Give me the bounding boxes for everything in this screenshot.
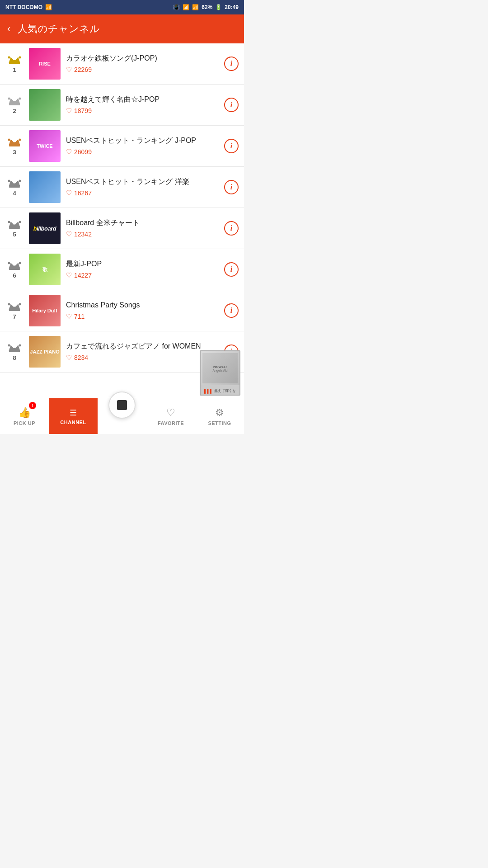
channel-thumbnail: billboard <box>29 212 61 244</box>
channel-thumbnail <box>29 89 61 121</box>
wifi-icon: 📶 <box>183 4 189 10</box>
info-button[interactable]: i <box>224 57 239 71</box>
list-item[interactable]: 6 歌 最新J-POP ♡ 14227 i <box>0 249 244 290</box>
svg-point-34 <box>19 303 21 305</box>
info-button[interactable]: i <box>224 139 239 153</box>
info-button[interactable]: i <box>224 221 239 236</box>
rank-number: 6 <box>13 272 16 279</box>
thumbnail-text: Hilary Duff <box>32 308 57 313</box>
channel-thumbnail: RISE <box>29 48 61 80</box>
thumbnail-image: JAZZ PIANO <box>29 336 61 368</box>
info-button[interactable]: i <box>224 98 239 112</box>
channel-name: USENベストヒット・ランキング 洋楽 <box>66 177 221 187</box>
vibrate-icon: 📳 <box>173 4 180 10</box>
svg-point-22 <box>8 221 10 223</box>
status-bar: NTT DOCOMO 📶 📳 📶 📶 62% 🔋 20:49 <box>0 0 244 14</box>
rank-number: 1 <box>13 66 16 73</box>
heart-icon: ♡ <box>66 271 72 279</box>
back-button[interactable]: ‹ <box>7 23 10 35</box>
svg-rect-1 <box>9 63 20 64</box>
stop-button[interactable] <box>108 392 136 419</box>
channel-info: カフェで流れるジャズピアノ for WOMEN ♡ 8234 <box>66 342 221 362</box>
svg-point-39 <box>19 344 21 346</box>
thumbnail-image <box>29 171 61 203</box>
channel-info: Christmas Party Songs ♡ 711 <box>66 301 221 321</box>
status-right: 📳 📶 📶 62% 🔋 20:49 <box>173 4 239 10</box>
battery-icon: 🔋 <box>215 4 222 10</box>
rank-container: 4 <box>5 178 23 197</box>
crown-icon <box>8 260 21 272</box>
favorite-icon: ♡ <box>166 407 175 419</box>
heart-icon: ♡ <box>66 354 72 362</box>
page-title: 人気のチャンネル <box>18 22 100 36</box>
header: ‹ 人気のチャンネル <box>0 14 244 43</box>
svg-point-18 <box>14 183 16 185</box>
likes-count: 12342 <box>74 231 92 238</box>
nav-pickup[interactable]: ! 👍 PICK UP <box>0 398 49 434</box>
nav-channel[interactable]: ☰ CHANNEL <box>49 398 98 434</box>
list-item[interactable]: 4 USENベストヒット・ランキング 洋楽 ♡ 16267 i <box>0 167 244 208</box>
thumbnail-image: billboard <box>29 212 61 244</box>
svg-point-28 <box>14 265 16 268</box>
crown-icon <box>8 343 21 354</box>
svg-point-29 <box>19 262 21 264</box>
svg-point-38 <box>14 348 16 350</box>
svg-point-32 <box>8 303 10 305</box>
info-button[interactable]: i <box>224 303 239 318</box>
channel-name: 最新J-POP <box>66 259 221 269</box>
likes-count: 26099 <box>74 148 92 156</box>
likes-count: 14227 <box>74 272 92 279</box>
svg-rect-6 <box>9 104 20 105</box>
channel-thumbnail: TWICE <box>29 130 61 162</box>
list-item[interactable]: 1 RISE カラオケ鉄板ソング(J-POP) ♡ 22269 i <box>0 43 244 85</box>
likes-count: 711 <box>74 313 84 320</box>
channel-likes: ♡ 14227 <box>66 271 221 279</box>
list-item[interactable]: 2 時を越えて輝く名曲☆J-POP ♡ 18799 i <box>0 85 244 126</box>
channel-name: カラオケ鉄板ソング(J-POP) <box>66 54 221 63</box>
channel-label: CHANNEL <box>60 420 86 425</box>
crown-icon <box>8 96 21 108</box>
nav-favorite[interactable]: ♡ FAVORITE <box>146 398 195 434</box>
thumbnail-image: 歌 <box>29 254 61 285</box>
channel-info: 時を越えて輝く名曲☆J-POP ♡ 18799 <box>66 95 221 115</box>
channel-info: Billboard 全米チャート ♡ 12342 <box>66 218 221 239</box>
crown-icon <box>8 137 21 149</box>
channel-likes: ♡ 22269 <box>66 66 221 74</box>
svg-point-3 <box>14 60 16 62</box>
info-button[interactable]: i <box>224 180 239 194</box>
channel-name: カフェで流れるジャズピアノ for WOMEN <box>66 342 221 351</box>
channel-info: カラオケ鉄板ソング(J-POP) ♡ 22269 <box>66 54 221 74</box>
channel-thumbnail: Hilary Duff <box>29 295 61 326</box>
channel-thumbnail: 歌 <box>29 254 61 285</box>
setting-label: SETTING <box>208 420 231 426</box>
rank-number: 2 <box>13 108 16 114</box>
svg-point-19 <box>19 179 21 182</box>
channel-info: USENベストヒット・ランキング 洋楽 ♡ 16267 <box>66 177 221 198</box>
info-button[interactable]: i <box>224 262 239 277</box>
heart-icon: ♡ <box>66 148 72 156</box>
rank-container: 7 <box>5 302 23 320</box>
rank-number: 4 <box>13 190 16 197</box>
thumbnail-image: TWICE <box>29 130 61 162</box>
thumbnail-image <box>29 89 61 121</box>
rank-container: 1 <box>5 55 23 73</box>
channel-likes: ♡ 12342 <box>66 230 221 238</box>
likes-count: 16267 <box>74 189 92 197</box>
signal-icon: 📶 <box>192 4 199 10</box>
likes-count: 22269 <box>74 66 92 73</box>
list-item[interactable]: 7 Hilary Duff Christmas Party Songs ♡ 71… <box>0 290 244 331</box>
nav-stop-container <box>98 398 146 434</box>
heart-icon: ♡ <box>66 230 72 238</box>
stop-icon <box>117 400 127 410</box>
likes-count: 8234 <box>74 354 88 361</box>
list-item[interactable]: 5 billboard Billboard 全米チャート ♡ 12342 i <box>0 208 244 249</box>
mini-player[interactable]: NSWER Angela Aki ▌▌▌ 越えて輝くを <box>200 350 240 396</box>
mini-player-bar: ▌▌▌ 越えて輝くを <box>201 385 239 396</box>
crown-icon <box>8 302 21 313</box>
list-item[interactable]: 3 TWICE USENベストヒット・ランキング J-POP ♡ 26099 i <box>0 126 244 167</box>
svg-point-9 <box>19 97 21 99</box>
nav-setting[interactable]: ⚙ SETTING <box>195 398 244 434</box>
rank-number: 5 <box>13 231 16 238</box>
carrier-icons: 📶 <box>45 4 52 10</box>
channel-icon: ☰ <box>70 408 77 418</box>
